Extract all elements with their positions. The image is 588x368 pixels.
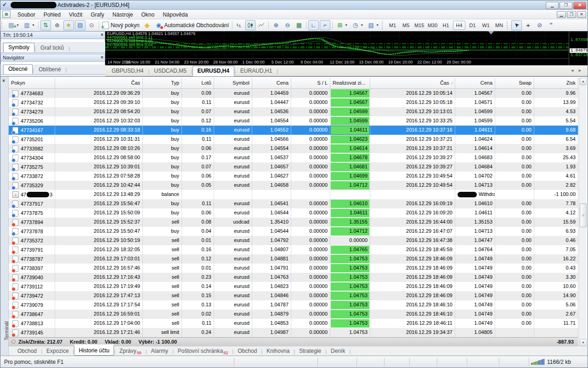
toolbar-grip[interactable] [382,21,385,29]
column-header-3[interactable]: Lotů [182,78,214,89]
chart-tab-scroll-arrows[interactable]: ◄► [570,68,586,73]
table-row[interactable]: 477342792016.12.29 08:54:20buy0.07eurusd… [9,107,578,116]
autotrading-button[interactable]: ◉Automatické Obchodování [153,20,231,30]
table-row[interactable]: 477388132016.12.29 17:04:00sell0.11eurus… [9,319,578,328]
restore-button[interactable]: ❐ [560,2,572,9]
chart-tab-eurusdh4[interactable]: EURUSD,H4 [192,66,234,76]
timeframe-m1[interactable]: M1 [386,21,399,30]
table-row[interactable]: 477391452016.12.29 17:21:46sell limit0.2… [9,328,578,337]
column-header-2[interactable]: Typ [143,78,182,89]
table-row[interactable]: 477394722016.12.29 17:47:13sell0.15eurus… [9,291,578,300]
profiles-button[interactable]: ▥▼ [22,20,36,30]
menu-item-vlozit[interactable]: Vložit [65,11,86,19]
column-header-8[interactable]: Čas∕ [370,78,455,89]
chart-shift-button[interactable]: ⌐ [320,20,330,30]
navigator-tab-obecne[interactable]: Obecné [3,64,33,74]
scrollbar-thumb[interactable] [580,203,587,227]
time-axis[interactable]: 14 Nov 201616 Nov 16:0021 Nov 04:0023 No… [105,58,569,65]
new-order-button[interactable]: +Nový pokyn [101,20,141,30]
table-row[interactable]: 477378782016.12.29 15:50:47buy0.04eurusd… [9,227,578,236]
price-scale[interactable]: 1.074501.048791.03710 [569,31,588,65]
table-row[interactable]: 477397912016.12.29 18:32:05sell0.16eurus… [9,245,578,254]
market-watch-header[interactable]: Trh: 19:50:14 × [0,31,105,39]
metaeditor-button[interactable]: ◆ [142,20,153,30]
market-watch-close-icon[interactable]: × [101,32,103,37]
terminal-close-icon[interactable]: × [2,78,5,83]
navigator-header[interactable]: Navigátor × [0,54,105,62]
terminal-tab-zpravy[interactable]: Zprávy99 [115,347,146,356]
navigator-button[interactable]: ★ [63,20,74,30]
crosshair-button[interactable]: + [523,20,533,30]
price-chart[interactable]: EURUSD,H4 1.04576 1.04921 1.04557 1.0487… [105,31,588,65]
zoom-out-button[interactable]: ⊖ [282,20,293,30]
table-row[interactable]: 477378752016.12.29 15:50:09buy0.06eurusd… [9,208,578,218]
minimize-button[interactable]: ▁ [546,2,559,9]
child-restore-button[interactable]: ❐ [567,11,576,18]
table-row[interactable]: 477391122016.12.29 17:19:49sell0.14eurus… [9,282,578,291]
child-minimize-button[interactable]: ▁ [557,11,566,18]
menu-item-nastroje[interactable]: Nástroje [108,11,137,19]
table-row[interactable]: 477383972016.12.29 16:57:46sell0.01eurus… [9,264,578,273]
table-row[interactable]: 477386472016.12.29 16:59:01sell0.02eurus… [9,310,578,319]
table-row[interactable]: 477390792016.12.29 17:17:54sell0.13eurus… [9,300,578,310]
scroll-down-icon[interactable]: ▼ [580,339,587,346]
toolbar-grip[interactable] [1,21,5,29]
table-row[interactable]: 477341672016.12.29 08:33:18buy0.16eurusd… [9,126,578,135]
table-row[interactable]: 477390402016.12.29 17:16:43sell0.23eurus… [9,273,578,282]
timeframe-w1[interactable]: W1 [480,21,492,30]
column-header-0[interactable]: Pokyn [9,78,55,89]
tile-windows-button[interactable]: ▦ [294,20,304,30]
navigator-tab-oblibene[interactable]: Oblíbené [34,65,66,74]
chart-window-icon[interactable]: ▦ [2,11,11,18]
timeframe-mn[interactable]: MN [493,21,505,30]
cursor-button[interactable]: ➤ [511,20,522,30]
table-row[interactable]: 477339822016.12.29 08:10:26buy0.06eurusd… [9,144,578,153]
chart-tab-usdcadm5[interactable]: USDCAD,M5 [149,66,191,76]
table-row[interactable]: 477346832016.12.29 09:36:29buy0.09eurusd… [9,89,578,98]
menu-item-napoveda[interactable]: Nápověda [158,11,192,19]
terminal-tab-postovnischranka[interactable]: Poštovní schránka82 [174,347,232,356]
timeframe-d1[interactable]: D1 [466,21,479,30]
toolbar-grip[interactable] [507,21,510,29]
terminal-button[interactable]: ▤ [75,20,85,30]
scroll-up-icon[interactable]: ▲ [580,78,587,85]
bar-chart-button[interactable] [234,20,244,30]
timeframe-h4[interactable]: H4 [453,21,465,30]
chart-tab-euraudh1[interactable]: EURAUD,H1 [236,66,277,76]
terminal-tab-obchod[interactable]: Obchod [13,347,41,356]
table-row[interactable]: 477352012016.12.29 10:31:31buy0.11eurusd… [9,135,578,144]
market-watch-tab-grafticku[interactable]: Graf ticků [36,44,68,52]
magnifier-button[interactable]: ⊘ [534,20,545,30]
navigator-close-icon[interactable]: × [101,55,103,60]
table-row[interactable]: 477347322016.12.29 09:39:10buy0.11eurusd… [9,98,578,107]
table-row[interactable]: 477353292016.12.29 10:42:44buy0.05eurusd… [9,181,578,190]
terminal-tab-obchod[interactable]: Obchod [233,347,261,356]
menu-item-grafy[interactable]: Grafy [86,11,108,19]
terminal-tab-knihovna[interactable]: Knihovna [262,347,294,356]
child-close-button[interactable]: ✕ [577,11,586,18]
table-row[interactable]: ↓4732016.12.29 13:48:29balanceWithdrawal… [9,190,578,199]
column-header-4[interactable]: Symbol [214,78,252,89]
vertical-scrollbar[interactable]: ▲ ▼ [579,78,587,346]
data-window-button[interactable]: ⊕ [52,20,62,30]
auto-scroll-button[interactable]: ∟ [308,20,319,30]
terminal-tab-alarmy[interactable]: Alarmy [147,347,172,356]
market-watch-tab-symboly[interactable]: Symboly [3,43,34,52]
column-header-9[interactable]: Cena [455,78,495,89]
new-chart-button[interactable]: ▤+▼ [6,20,21,30]
table-row[interactable]: 477353722016.12.29 10:50:19sell0.01eurus… [9,236,578,245]
column-header-1[interactable]: Čas [55,78,143,89]
table-row[interactable]: 477338722016.12.29 07:58:28buy0.06eurusd… [9,172,578,181]
close-button[interactable]: ✕ [573,2,586,9]
chart-tab-gbpusdh4[interactable]: GBPUSD,H4 [107,66,148,76]
column-header-5[interactable]: Cena [252,78,291,89]
indicators-button[interactable]: ⊞▼ [334,20,349,30]
periods-button[interactable]: ◷▼ [350,20,365,30]
terminal-tab-historieuctu[interactable]: Historie účtu [74,345,114,356]
timeframe-m5[interactable]: M5 [400,21,412,30]
timeframe-m15[interactable]: M15 [413,21,425,30]
terminal-tab-denik[interactable]: Deník [327,347,349,356]
market-watch-button[interactable]: ⇅ [40,20,51,30]
menu-item-okno[interactable]: Okno [137,11,158,19]
line-chart-button[interactable] [256,20,266,30]
